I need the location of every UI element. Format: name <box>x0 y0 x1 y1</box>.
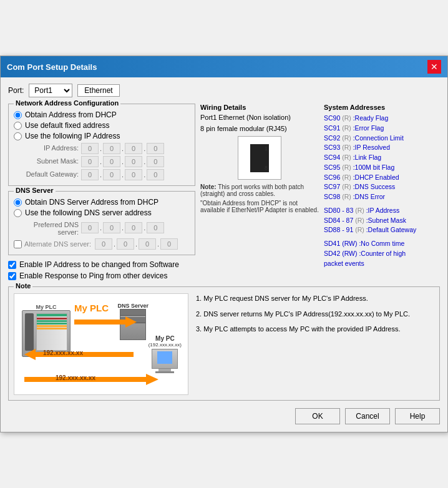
note-section: Note My PLC <box>8 286 440 401</box>
dns-radio-group: Obtain DNS Server Address from DHCP Use … <box>14 198 190 217</box>
radio-dns-dhcp[interactable]: Obtain DNS Server Address from DHCP <box>14 198 190 207</box>
wiring-caution: "Obtain Address from DHCP" is not availa… <box>200 200 319 213</box>
gateway-label: Default Gateway: <box>22 169 79 180</box>
ip-input-3[interactable] <box>125 143 142 154</box>
sys-group-1: SC90 (R) :Ready Flag SC91 (R) :Error Fla… <box>324 114 440 202</box>
wiring-note: Note: This port works with both patch (s… <box>200 183 319 197</box>
subnet-input-2[interactable] <box>103 156 120 167</box>
radio-dns-manual-label: Use the following DNS server address <box>25 208 152 217</box>
arrow-plc-to-dns <box>74 315 137 329</box>
ip-address-inputs: . . . <box>81 143 190 154</box>
port-select[interactable]: Port1 <box>29 84 72 97</box>
system-addresses-column: System Addresses SC90 (R) :Ready Flag SC… <box>324 104 440 280</box>
wiring-port-desc: Port1 Ethernet (Non isolation) <box>200 114 319 121</box>
ok-button[interactable]: OK <box>295 408 340 424</box>
sys-group-2: SD80 - 83 (R) :IP Address SD84 - 87 (R) … <box>324 206 440 235</box>
ip-field-grid: IP Address: . . . Subnet Mask: <box>22 143 190 180</box>
subnet-input-3[interactable] <box>125 156 142 167</box>
ethernet-badge: Ethernet <box>77 84 119 97</box>
my-plc-big-label: My PLC <box>74 303 109 313</box>
radio-dhcp-label: Obtain Address from DHCP <box>25 110 117 119</box>
enable-ip-label: Enable IP Address to be changed from Sof… <box>19 260 179 269</box>
preferred-dns-label: Preferred DNS server: <box>22 220 79 236</box>
ip2-label: 192.xxx.xx.xx <box>56 374 95 381</box>
ip-input-1[interactable] <box>81 143 99 154</box>
radio-fixed-input[interactable] <box>14 122 22 130</box>
subnet-input-4[interactable] <box>147 156 164 167</box>
gateway-input-4[interactable] <box>147 169 164 180</box>
radio-dns-dhcp-label: Obtain DNS Server Address from DHCP <box>25 198 158 207</box>
network-address-section: Network Address Configuration Obtain Add… <box>8 104 195 186</box>
radio-fixed[interactable]: Use default fixed address <box>14 121 190 130</box>
preferred-dns-3[interactable] <box>125 222 142 233</box>
preferred-dns-4[interactable] <box>147 222 164 233</box>
bottom-checkboxes: Enable IP Address to be changed from Sof… <box>8 260 195 280</box>
sys-sc92: SC92 (R) :Connection Limit <box>324 134 440 144</box>
help-button[interactable]: Help <box>395 408 440 424</box>
gateway-input-1[interactable] <box>81 169 99 180</box>
preferred-dns-1[interactable] <box>81 222 99 233</box>
note-diagram: My PLC <box>14 293 188 395</box>
button-row: OK Cancel Help <box>8 408 440 427</box>
sys-group-3: SD41 (RW) :No Comm time SD42 (RW) :Count… <box>324 239 440 268</box>
alt-dns-4[interactable] <box>160 238 178 250</box>
title-bar: Com Port Setup Details ✕ <box>1 56 447 77</box>
radio-manual-input[interactable] <box>14 132 22 140</box>
checkbox-enable-ip[interactable]: Enable IP Address to be changed from Sof… <box>8 260 195 269</box>
dialog-title: Com Port Setup Details <box>7 62 97 72</box>
dns-field-grid: Preferred DNS server: . . . <box>22 220 190 236</box>
radio-manual[interactable]: Use the following IP Address <box>14 132 190 140</box>
dns-section-content: Obtain DNS Server Address from DHCP Use … <box>14 198 190 250</box>
wiring-title: Wiring Details <box>200 104 319 111</box>
sys-sd88: SD88 - 91 (R) :Default Gateway <box>324 225 440 235</box>
close-button[interactable]: ✕ <box>427 60 441 74</box>
note-para-2: 2. DNS server returns My PLC's IP Addres… <box>196 309 434 320</box>
cancel-button[interactable]: Cancel <box>345 408 390 424</box>
wiring-section: Wiring Details Port1 Ethernet (Non isola… <box>200 104 319 213</box>
ip-input-2[interactable] <box>103 143 120 154</box>
my-pc-area: My PC (192.xxx.xx.xx) <box>149 335 182 373</box>
note-text-block: 1. My PLC request DNS server for My PLC'… <box>196 293 434 395</box>
enable-ping-checkbox[interactable] <box>8 272 16 280</box>
preferred-dns-2[interactable] <box>103 222 120 233</box>
wiring-caution-text: "Obtain Address from DHCP" is not availa… <box>200 200 319 213</box>
sys-sc98: SC98 (R) :DNS Error <box>324 192 440 202</box>
gateway-input-2[interactable] <box>103 169 120 180</box>
enable-ip-checkbox[interactable] <box>8 261 16 269</box>
connector-body: 1 8 <box>250 144 269 172</box>
alternate-dns-label: Alternate DNS server: <box>24 240 91 248</box>
note-section-title: Note <box>14 282 32 290</box>
subnet-label: Subnet Mask: <box>22 156 79 167</box>
dialog-body: Port: Port1 Ethernet Network Address Con… <box>1 77 447 432</box>
gateway-input-3[interactable] <box>125 169 142 180</box>
subnet-input-1[interactable] <box>81 156 99 167</box>
radio-fixed-label: Use default fixed address <box>25 121 109 130</box>
radio-dhcp-input[interactable] <box>14 111 22 119</box>
note-para-3: 3. My PLC attempts to access My PC with … <box>196 324 434 334</box>
ip-input-4[interactable] <box>147 143 164 154</box>
wiring-note-title: Note: <box>200 183 217 190</box>
sys-sc93: SC93 (R) :IP Resolved <box>324 143 440 153</box>
port-label: Port: <box>8 86 24 95</box>
radio-dhcp[interactable]: Obtain Address from DHCP <box>14 110 190 119</box>
radio-dns-dhcp-input[interactable] <box>14 198 22 207</box>
alternate-dns-row: Alternate DNS server: . . . <box>14 238 190 250</box>
pin-label-1: 1 <box>265 145 268 152</box>
alt-dns-1[interactable] <box>95 238 112 250</box>
sys-sd84: SD84 - 87 (R) :Subnet Mask <box>324 216 440 226</box>
my-pc-label: My PC <box>149 335 182 342</box>
wiring-connector-desc: 8 pin female modular (RJ45) <box>200 125 319 132</box>
network-section-title: Network Address Configuration <box>14 99 120 107</box>
preferred-dns-inputs: . . . <box>81 220 190 236</box>
checkbox-enable-ping[interactable]: Enable Response to Ping from other devic… <box>8 271 195 280</box>
sys-sc94: SC94 (R) :Link Flag <box>324 153 440 163</box>
radio-dns-manual-input[interactable] <box>14 209 22 217</box>
alt-dns-3[interactable] <box>139 238 156 250</box>
dns-server-section: DNS Server Obtain DNS Server Address fro… <box>8 191 195 255</box>
radio-dns-manual[interactable]: Use the following DNS server address <box>14 208 190 217</box>
alternate-dns-checkbox[interactable] <box>14 240 22 248</box>
plc-body <box>36 313 67 351</box>
alt-dns-2[interactable] <box>117 238 134 250</box>
arrow-plc-to-mypc: 192.xxx.xx.xx <box>24 373 158 386</box>
sys-sc95: SC95 (R) :100M bit Flag <box>324 163 440 173</box>
